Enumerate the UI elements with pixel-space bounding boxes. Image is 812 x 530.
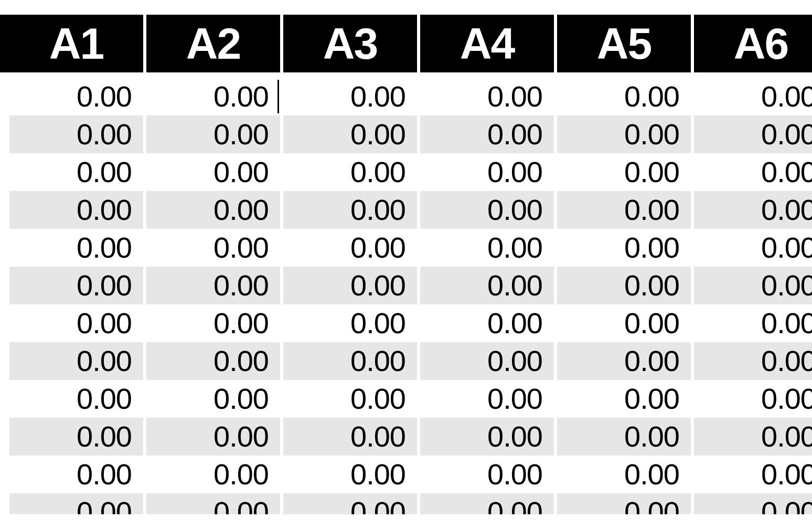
cell[interactable]: 0.00 bbox=[557, 304, 691, 342]
cell[interactable]: 0.00 bbox=[420, 380, 554, 418]
cell[interactable]: 0.00 bbox=[146, 78, 280, 115]
table-row: 0.00 0.00 0.00 0.00 0.00 0.00 bbox=[0, 267, 812, 304]
table-row: 0.00 0.00 0.00 0.00 0.00 0.00 bbox=[0, 418, 812, 455]
table-row: 0.00 0.00 0.00 0.00 0.00 0.00 bbox=[0, 380, 812, 418]
cell[interactable]: 0.00 bbox=[420, 115, 554, 153]
spreadsheet: A1 A2 A3 A4 A5 A6 0.00 0.00 0.00 0.00 0.… bbox=[0, 0, 812, 514]
cell[interactable]: 0.00 bbox=[9, 342, 143, 380]
cell[interactable]: 0.00 bbox=[694, 418, 812, 455]
table-row: 0.00 0.00 0.00 0.00 0.00 0.00 bbox=[0, 229, 812, 267]
row-gutter bbox=[0, 191, 9, 229]
row-gutter bbox=[0, 78, 9, 115]
cell[interactable]: 0.00 bbox=[283, 418, 417, 455]
cell[interactable]: 0.00 bbox=[146, 380, 280, 418]
cell[interactable]: 0.00 bbox=[694, 115, 812, 153]
cell[interactable]: 0.00 bbox=[283, 455, 417, 493]
cell[interactable]: 0.00 bbox=[557, 418, 691, 455]
cell[interactable]: 0.00 bbox=[283, 342, 417, 380]
cell[interactable]: 0.00 bbox=[9, 115, 143, 153]
cell[interactable]: 0.00 bbox=[9, 455, 143, 493]
cell[interactable]: 0.00 bbox=[9, 493, 143, 514]
row-gutter bbox=[0, 493, 9, 514]
cell[interactable]: 0.00 bbox=[9, 304, 143, 342]
cell[interactable]: 0.00 bbox=[146, 229, 280, 267]
cell[interactable]: 0.00 bbox=[9, 418, 143, 455]
row-gutter bbox=[0, 153, 9, 191]
row-gutter bbox=[0, 455, 9, 493]
cell[interactable]: 0.00 bbox=[557, 267, 691, 304]
cell[interactable]: 0.00 bbox=[420, 153, 554, 191]
column-header[interactable]: A4 bbox=[420, 15, 554, 72]
cell[interactable]: 0.00 bbox=[283, 115, 417, 153]
table-row: 0.00 0.00 0.00 0.00 0.00 0.00 bbox=[0, 153, 812, 191]
cell[interactable]: 0.00 bbox=[557, 380, 691, 418]
cell[interactable]: 0.00 bbox=[146, 455, 280, 493]
cell[interactable]: 0.00 bbox=[283, 229, 417, 267]
cell[interactable]: 0.00 bbox=[694, 304, 812, 342]
cell[interactable]: 0.00 bbox=[557, 115, 691, 153]
column-header[interactable]: A6 bbox=[694, 15, 812, 72]
header-row: A1 A2 A3 A4 A5 A6 bbox=[0, 15, 812, 72]
cell[interactable]: 0.00 bbox=[146, 267, 280, 304]
cell[interactable]: 0.00 bbox=[283, 380, 417, 418]
cell[interactable]: 0.00 bbox=[557, 191, 691, 229]
row-gutter bbox=[0, 267, 9, 304]
cell[interactable]: 0.00 bbox=[420, 418, 554, 455]
cell[interactable]: 0.00 bbox=[146, 153, 280, 191]
cell[interactable]: 0.00 bbox=[9, 229, 143, 267]
cell[interactable]: 0.00 bbox=[283, 493, 417, 514]
cell[interactable]: 0.00 bbox=[694, 342, 812, 380]
row-gutter bbox=[0, 229, 9, 267]
cell[interactable]: 0.00 bbox=[557, 78, 691, 115]
row-gutter bbox=[0, 115, 9, 153]
cell[interactable]: 0.00 bbox=[420, 78, 554, 115]
cell[interactable]: 0.00 bbox=[694, 153, 812, 191]
cell[interactable]: 0.00 bbox=[9, 78, 143, 115]
cell[interactable]: 0.00 bbox=[557, 342, 691, 380]
cell[interactable]: 0.00 bbox=[283, 304, 417, 342]
column-header[interactable]: A2 bbox=[146, 15, 280, 72]
cell[interactable]: 0.00 bbox=[694, 267, 812, 304]
cell[interactable]: 0.00 bbox=[420, 342, 554, 380]
cell[interactable]: 0.00 bbox=[283, 78, 417, 115]
cell[interactable]: 0.00 bbox=[694, 191, 812, 229]
row-gutter bbox=[0, 342, 9, 380]
cell[interactable]: 0.00 bbox=[420, 229, 554, 267]
cell-value: 0.00 bbox=[213, 80, 269, 113]
cell[interactable]: 0.00 bbox=[420, 493, 554, 514]
cell[interactable]: 0.00 bbox=[146, 342, 280, 380]
table-row: 0.00 0.00 0.00 0.00 0.00 0.00 bbox=[0, 304, 812, 342]
row-gutter bbox=[0, 380, 9, 418]
column-header[interactable]: A3 bbox=[283, 15, 417, 72]
cell[interactable]: 0.00 bbox=[694, 229, 812, 267]
cell[interactable]: 0.00 bbox=[9, 267, 143, 304]
cell[interactable]: 0.00 bbox=[557, 455, 691, 493]
cell[interactable]: 0.00 bbox=[146, 493, 280, 514]
column-header[interactable]: A1 bbox=[9, 15, 143, 72]
row-gutter bbox=[0, 15, 9, 72]
cell[interactable]: 0.00 bbox=[283, 153, 417, 191]
table-row: 0.00 0.00 0.00 0.00 0.00 0.00 bbox=[0, 342, 812, 380]
cell[interactable]: 0.00 bbox=[9, 191, 143, 229]
cell[interactable]: 0.00 bbox=[694, 493, 812, 514]
cell[interactable]: 0.00 bbox=[420, 267, 554, 304]
cell[interactable]: 0.00 bbox=[9, 153, 143, 191]
cell[interactable]: 0.00 bbox=[146, 115, 280, 153]
cell[interactable]: 0.00 bbox=[694, 455, 812, 493]
cell[interactable]: 0.00 bbox=[420, 304, 554, 342]
cell[interactable]: 0.00 bbox=[420, 455, 554, 493]
cell[interactable]: 0.00 bbox=[694, 380, 812, 418]
cell[interactable]: 0.00 bbox=[146, 191, 280, 229]
cell[interactable]: 0.00 bbox=[557, 493, 691, 514]
cell[interactable]: 0.00 bbox=[283, 191, 417, 229]
cell[interactable]: 0.00 bbox=[694, 78, 812, 115]
cell[interactable]: 0.00 bbox=[283, 267, 417, 304]
cell[interactable]: 0.00 bbox=[146, 418, 280, 455]
cell[interactable]: 0.00 bbox=[146, 304, 280, 342]
column-header[interactable]: A5 bbox=[557, 15, 691, 72]
cell[interactable]: 0.00 bbox=[557, 229, 691, 267]
table-row: 0.00 0.00 0.00 0.00 0.00 0.00 bbox=[0, 115, 812, 153]
cell[interactable]: 0.00 bbox=[557, 153, 691, 191]
cell[interactable]: 0.00 bbox=[420, 191, 554, 229]
cell[interactable]: 0.00 bbox=[9, 380, 143, 418]
